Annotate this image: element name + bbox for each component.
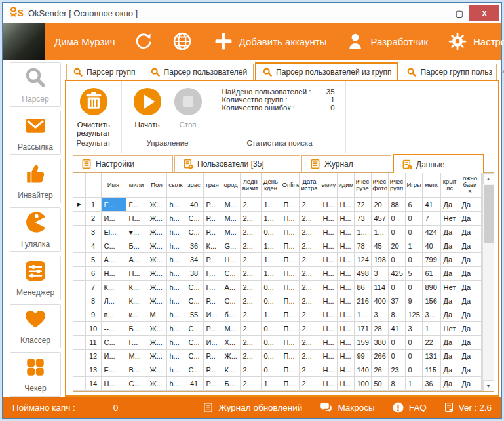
table-cell[interactable]: 8 bbox=[388, 376, 405, 390]
table-cell[interactable]: Н... bbox=[320, 225, 337, 239]
table-cell[interactable]: 171 bbox=[354, 321, 371, 335]
table-cell[interactable]: С... bbox=[185, 280, 203, 294]
table-cell[interactable]: К... bbox=[203, 239, 222, 252]
table-cell[interactable]: П... bbox=[281, 321, 299, 335]
sidebar-item-parser[interactable]: Парсер bbox=[10, 62, 61, 107]
table-cell[interactable]: 0 bbox=[388, 211, 405, 225]
table-cell[interactable]: h... bbox=[166, 376, 185, 390]
table-cell[interactable]: 1... bbox=[354, 308, 371, 321]
table-cell[interactable]: Н... bbox=[337, 280, 354, 294]
table-cell[interactable]: Ж... bbox=[147, 376, 166, 390]
table-cell[interactable]: 7 bbox=[422, 211, 440, 225]
column-header[interactable]: зрас bbox=[185, 173, 203, 197]
sidebar-item-rassylka[interactable]: Рассылка bbox=[10, 111, 61, 155]
table-cell[interactable]: 1... bbox=[261, 376, 281, 390]
table-cell[interactable]: И... bbox=[101, 349, 126, 363]
table-cell[interactable]: Н... bbox=[337, 335, 354, 349]
table-cell[interactable]: Да bbox=[440, 363, 459, 376]
developer-button[interactable]: Разработчик bbox=[346, 32, 427, 50]
table-cell[interactable]: Р... bbox=[203, 197, 222, 211]
sidebar-item-manager[interactable]: Менеджер bbox=[10, 256, 61, 300]
table-cell[interactable]: А... bbox=[222, 280, 240, 294]
table-cell[interactable]: 0... bbox=[261, 225, 281, 239]
column-header[interactable]: Дата истра bbox=[299, 173, 320, 197]
table-cell[interactable]: 40 bbox=[422, 239, 440, 252]
table-cell[interactable]: Да bbox=[440, 308, 459, 321]
table-cell[interactable]: П... bbox=[281, 252, 299, 266]
table-cell[interactable]: h... bbox=[166, 252, 185, 266]
table-cell[interactable]: Б... bbox=[126, 239, 147, 252]
inner-tab-nastroiki[interactable]: Настройки bbox=[73, 155, 173, 172]
table-cell[interactable]: 20 bbox=[388, 239, 405, 252]
table-cell[interactable]: 0 bbox=[405, 280, 422, 294]
row-number[interactable]: 5 bbox=[85, 252, 101, 266]
table-cell[interactable]: П... bbox=[281, 294, 299, 308]
table-cell[interactable]: Ж... bbox=[147, 349, 166, 363]
table-cell[interactable]: 400 bbox=[371, 294, 388, 308]
table-cell[interactable]: 1... bbox=[261, 308, 281, 321]
table-cell[interactable]: Да bbox=[459, 376, 481, 390]
table-cell[interactable]: в... bbox=[101, 308, 126, 321]
table-cell[interactable]: С... bbox=[101, 239, 126, 252]
table-cell[interactable]: Н... bbox=[320, 197, 337, 211]
table-cell[interactable]: 36 bbox=[185, 239, 203, 252]
table-cell[interactable]: 3... bbox=[371, 308, 388, 321]
table-cell[interactable]: С... bbox=[185, 335, 203, 349]
table-cell[interactable]: 2... bbox=[299, 266, 320, 280]
table-cell[interactable]: П... bbox=[281, 225, 299, 239]
scroll-down-icon[interactable]: ▼ bbox=[483, 380, 494, 391]
table-cell[interactable]: Ж... bbox=[147, 363, 166, 376]
table-cell[interactable]: С... bbox=[185, 294, 203, 308]
table-cell[interactable]: А... bbox=[101, 252, 126, 266]
row-number[interactable]: 7 bbox=[85, 280, 101, 294]
table-cell[interactable]: С... bbox=[185, 211, 203, 225]
table-cell[interactable]: 0... bbox=[261, 280, 281, 294]
table-cell[interactable]: 0 bbox=[405, 335, 422, 349]
table-cell[interactable]: 22 bbox=[422, 335, 440, 349]
table-cell[interactable]: Н... bbox=[320, 266, 337, 280]
table-cell[interactable]: Р... bbox=[203, 349, 222, 363]
table-cell[interactable]: 2... bbox=[299, 308, 320, 321]
table-cell[interactable]: 2... bbox=[240, 363, 261, 376]
row-number[interactable]: 9 bbox=[85, 308, 101, 321]
table-cell[interactable]: G... bbox=[222, 239, 240, 252]
statusbar-link-zhurnal-obnovlenii[interactable]: Журнал обновлений bbox=[203, 401, 302, 414]
table-cell[interactable]: Да bbox=[459, 335, 481, 349]
settings-button[interactable]: Настройки bbox=[448, 31, 504, 51]
table-cell[interactable]: Да bbox=[440, 266, 459, 280]
table-cell[interactable]: Н... bbox=[101, 376, 126, 390]
table-cell[interactable]: П... bbox=[281, 376, 299, 390]
row-number[interactable]: 12 bbox=[85, 349, 101, 363]
table-cell[interactable]: El... bbox=[101, 225, 126, 239]
table-cell[interactable]: Да bbox=[440, 349, 459, 363]
table-cell[interactable]: 41 bbox=[185, 376, 203, 390]
table-cell[interactable]: 198 bbox=[371, 252, 388, 266]
table-cell[interactable]: 0 bbox=[405, 363, 422, 376]
table-cell[interactable]: 2... bbox=[299, 294, 320, 308]
table-cell[interactable]: С... bbox=[185, 225, 203, 239]
inner-tab-zhurnal[interactable]: Журнал bbox=[301, 155, 391, 172]
table-cell[interactable]: 3 bbox=[371, 266, 388, 280]
table-cell[interactable]: 2... bbox=[240, 197, 261, 211]
minimize-button[interactable]: – bbox=[430, 5, 450, 21]
table-cell[interactable]: 2... bbox=[299, 376, 320, 390]
table-cell[interactable]: 0... bbox=[261, 321, 281, 335]
start-button[interactable]: Начать bbox=[132, 87, 163, 129]
table-cell[interactable]: 2... bbox=[299, 197, 320, 211]
table-cell[interactable]: 2... bbox=[299, 321, 320, 335]
column-header[interactable]: Имя bbox=[101, 173, 126, 197]
table-cell[interactable]: П... bbox=[281, 363, 299, 376]
table-cell[interactable]: Н... bbox=[337, 321, 354, 335]
table-cell[interactable]: С... bbox=[185, 321, 203, 335]
table-cell[interactable]: М... bbox=[222, 211, 240, 225]
table-cell[interactable]: П... bbox=[126, 211, 147, 225]
row-number[interactable]: 14 bbox=[85, 376, 101, 390]
column-header[interactable]: крыт лс bbox=[440, 173, 459, 197]
table-cell[interactable]: 140 bbox=[354, 363, 371, 376]
table-cell[interactable]: Да bbox=[459, 225, 481, 239]
table-cell[interactable]: 2... bbox=[240, 294, 261, 308]
sidebar-item-invaiter[interactable]: Инвайтер bbox=[10, 159, 61, 203]
table-cell[interactable]: 3 bbox=[405, 321, 422, 335]
table-cell[interactable]: 9 bbox=[405, 294, 422, 308]
table-cell[interactable]: 125 bbox=[405, 308, 422, 321]
